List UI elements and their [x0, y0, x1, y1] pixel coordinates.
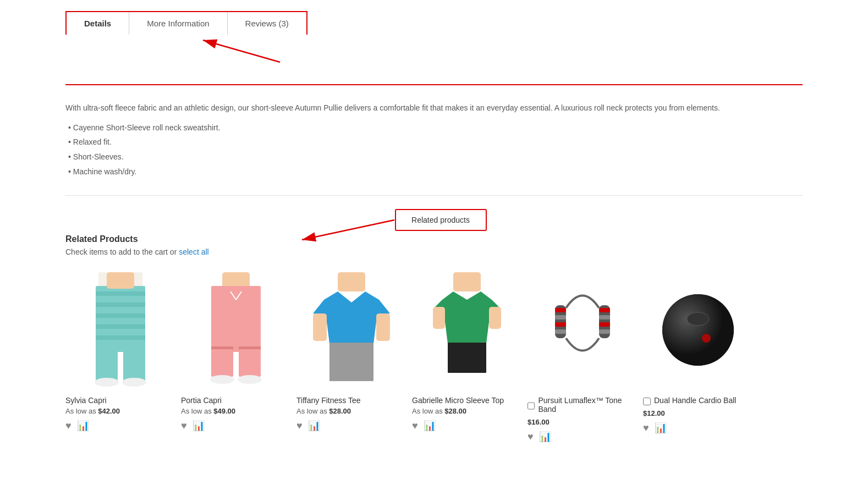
related-title: Related Products — [65, 234, 803, 244]
product-price-1: As low as $42.00 — [65, 407, 175, 415]
compare-icon-3[interactable]: 📊 — [308, 420, 320, 432]
svg-rect-8 — [96, 291, 145, 296]
product-price-6: $12.00 — [643, 409, 753, 417]
svg-rect-39 — [555, 322, 566, 327]
svg-rect-13 — [96, 349, 118, 382]
product-img-sylvia-capri — [76, 272, 164, 388]
svg-point-48 — [687, 312, 709, 326]
svg-rect-35 — [489, 307, 501, 329]
section-divider — [65, 195, 803, 196]
product-card-6: Dual Handle Cardio Ball $12.00 ♥ 📊 — [643, 269, 753, 443]
wishlist-icon-6[interactable]: ♥ — [643, 422, 649, 434]
product-img-lumaflex — [539, 272, 627, 388]
svg-line-1 — [203, 40, 280, 62]
product-actions-4: ♥ 📊 — [412, 420, 522, 432]
product-description: With ultra-soft fleece fabric and an ath… — [65, 96, 803, 190]
product-name-6: Dual Handle Cardio Ball — [654, 396, 736, 405]
compare-icon-6[interactable]: 📊 — [655, 422, 667, 434]
wishlist-icon-5[interactable]: ♥ — [528, 431, 534, 443]
svg-rect-40 — [555, 329, 566, 334]
product-image-3[interactable] — [296, 269, 406, 390]
svg-rect-34 — [433, 307, 445, 329]
product-checkbox-6: Dual Handle Cardio Ball — [643, 396, 753, 407]
product-img-portia-capri — [192, 272, 280, 388]
svg-point-26 — [210, 375, 234, 384]
compare-icon-4[interactable]: 📊 — [424, 420, 436, 432]
product-card-3: Tiffany Fitness Tee As low as $28.00 ♥ 📊 — [296, 269, 406, 443]
svg-rect-37 — [555, 308, 566, 312]
product-image-4[interactable] — [412, 269, 522, 390]
product-checkbox-5: Pursuit Lumaflex™ Tone Band — [528, 396, 638, 416]
bullet-3: Short-Sleeves. — [68, 150, 803, 164]
description-bullets: Cayenne Short-Sleeve roll neck sweatshir… — [65, 120, 803, 179]
select-all-link[interactable]: select all — [179, 247, 208, 256]
product-image-1[interactable] — [65, 269, 175, 390]
tab-details[interactable]: Details — [67, 12, 129, 35]
product-image-2[interactable] — [181, 269, 291, 390]
product-actions-6: ♥ 📊 — [643, 422, 753, 434]
svg-rect-14 — [123, 349, 145, 382]
svg-rect-43 — [599, 315, 610, 320]
related-subtitle: Check items to add to the cart or select… — [65, 247, 803, 256]
svg-rect-38 — [555, 315, 566, 320]
compare-icon-1[interactable]: 📊 — [77, 420, 89, 432]
compare-icon-5[interactable]: 📊 — [539, 431, 551, 443]
product-actions-5: ♥ 📊 — [528, 431, 638, 443]
compare-icon-2[interactable]: 📊 — [193, 420, 205, 432]
svg-rect-25 — [239, 349, 261, 377]
wishlist-icon-3[interactable]: ♥ — [296, 420, 303, 432]
svg-rect-45 — [599, 329, 610, 334]
svg-rect-31 — [376, 313, 390, 341]
product-price-4: As low as $28.00 — [412, 407, 522, 415]
svg-point-16 — [122, 378, 146, 387]
svg-rect-28 — [338, 272, 365, 291]
checkbox-5[interactable] — [528, 402, 535, 410]
product-actions-3: ♥ 📊 — [296, 420, 406, 432]
product-img-tiffany-tee — [307, 272, 395, 388]
svg-rect-29 — [329, 343, 373, 381]
bullet-4: Machine wash/dry. — [68, 164, 803, 179]
tab-divider — [65, 84, 803, 85]
wishlist-icon-1[interactable]: ♥ — [65, 420, 72, 432]
page-wrapper: Details More Information Reviews (3) Wit… — [49, 0, 819, 454]
products-grid: Sylvia Capri As low as $42.00 ♥ 📊 — [65, 269, 803, 443]
svg-rect-3 — [395, 210, 486, 230]
svg-rect-33 — [448, 343, 486, 373]
svg-point-49 — [702, 334, 711, 343]
product-name-4: Gabrielle Micro Sleeve Top — [412, 396, 522, 405]
tab-more-information[interactable]: More Information — [129, 12, 227, 35]
svg-rect-10 — [96, 313, 145, 318]
product-price-5: $16.00 — [528, 418, 638, 426]
wishlist-icon-4[interactable]: ♥ — [412, 420, 418, 432]
tab-reviews[interactable]: Reviews (3) — [228, 12, 306, 35]
svg-point-15 — [95, 378, 119, 387]
product-img-gabrielle — [423, 272, 511, 388]
bullet-2: Relaxed fit. — [68, 135, 803, 150]
svg-rect-17 — [107, 272, 134, 289]
product-price-2: As low as $49.00 — [181, 407, 291, 415]
svg-rect-11 — [96, 324, 145, 329]
product-actions-2: ♥ 📊 — [181, 420, 291, 432]
product-name-1: Sylvia Capri — [65, 396, 175, 405]
description-intro: With ultra-soft fleece fabric and an ath… — [65, 102, 803, 115]
product-card-5: Pursuit Lumaflex™ Tone Band $16.00 ♥ 📊 — [528, 269, 638, 443]
product-image-5[interactable] — [528, 269, 638, 390]
product-name-3: Tiffany Fitness Tee — [296, 396, 406, 405]
svg-rect-9 — [96, 302, 145, 307]
svg-rect-19 — [211, 286, 261, 352]
svg-rect-24 — [211, 349, 233, 377]
wishlist-icon-2[interactable]: ♥ — [181, 420, 187, 432]
annotation-arrow-tabs — [65, 35, 395, 84]
svg-rect-12 — [96, 335, 145, 340]
product-price-3: As low as $28.00 — [296, 407, 406, 415]
svg-rect-30 — [313, 313, 327, 341]
related-products-section: Related products Related Products Check … — [65, 207, 803, 443]
svg-point-27 — [238, 375, 262, 384]
product-image-6[interactable] — [643, 269, 753, 390]
checkbox-6[interactable] — [643, 398, 651, 405]
svg-rect-42 — [599, 308, 610, 312]
svg-rect-32 — [453, 272, 481, 291]
bullet-1: Cayenne Short-Sleeve roll neck sweatshir… — [68, 120, 803, 135]
product-name-2: Portia Capri — [181, 396, 291, 405]
svg-point-47 — [662, 294, 734, 366]
